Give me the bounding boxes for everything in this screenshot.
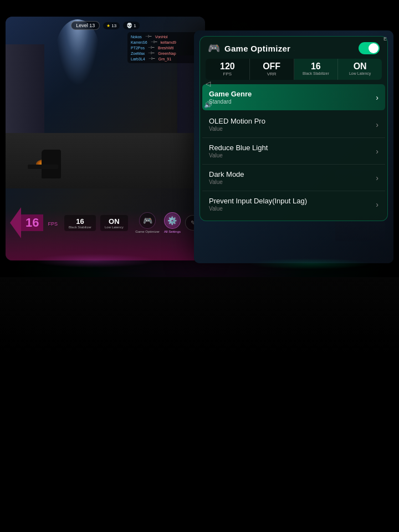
stat-fps-label: FPS xyxy=(208,71,247,76)
nav-game-optimizer-label: Game Optimizer xyxy=(135,230,160,233)
stat-low-latency-label: Low Latency xyxy=(340,71,380,75)
team-row: ZoeMax⊣⊢GreenNap xyxy=(131,51,196,55)
left-monitor: Level 13 ★ 13 💀 1 Nokos⊣⊢VonHol KarrenS6… xyxy=(6,17,205,260)
side-icon-volume[interactable]: 🔊 xyxy=(202,99,214,111)
menu-item-reduce-blue-light-value: Value xyxy=(209,152,268,158)
fps-display: 16 xyxy=(10,207,43,238)
black-stabilizer-label: Black Stabilizer xyxy=(69,226,91,229)
menu-item-game-genre-text: Game Genre Standard xyxy=(209,90,252,105)
menu-item-oled-motion-title: OLED Motion Pro xyxy=(209,117,265,125)
stat-black-stab: 16 Black Stabilizer xyxy=(294,59,339,80)
menu-item-input-delay-text: Prevent Input Delay(Input Lag) Value xyxy=(209,197,307,212)
team-row: Nokos⊣⊢VonHol xyxy=(131,34,196,39)
bottom-dark-area xyxy=(0,277,399,532)
black-stabilizer-value: 16 xyxy=(69,217,91,226)
stat-vrr-label: VRR xyxy=(252,71,291,76)
stat-black-stab-label: Black Stabilizer xyxy=(296,71,336,75)
menu-item-game-genre-value: Standard xyxy=(209,99,252,105)
team-row: Larb3L4⊣⊢Grn_91 xyxy=(131,57,196,61)
star-icon: ★ xyxy=(106,23,110,28)
menu-item-oled-motion[interactable]: OLED Motion Pro Value › xyxy=(202,111,385,138)
menu-item-reduce-blue-light-text: Reduce Blue Light Value xyxy=(209,144,268,158)
menu-item-dark-mode-value: Value xyxy=(209,179,244,185)
low-latency-label: Low Latency xyxy=(105,226,124,229)
stats-row: 120 FPS OFF VRR 16 Black Stabilizer ON L… xyxy=(206,59,382,80)
stat-fps: 120 FPS xyxy=(206,59,250,80)
optimizer-header: 🎮 Game Optimizer xyxy=(200,37,387,59)
chevron-game-genre: › xyxy=(376,93,378,102)
menu-item-game-genre-title: Game Genre xyxy=(209,90,252,98)
black-stabilizer-box: 16 Black Stabilizer xyxy=(64,215,96,231)
stat-black-stab-value: 16 xyxy=(296,62,336,71)
stat-low-latency-value: ON xyxy=(340,62,380,71)
nav-all-settings-label: All Settings xyxy=(164,230,181,233)
menu-item-reduce-blue-light-title: Reduce Blue Light xyxy=(209,144,268,152)
chevron-dark-mode: › xyxy=(376,173,378,182)
optimizer-panel: 🎮 Game Optimizer 120 FPS OFF VRR 1 xyxy=(200,36,388,221)
stat-vrr-value: OFF xyxy=(252,62,291,71)
menu-section: Game Genre Standard › OLED Motion Pro Va… xyxy=(200,84,387,221)
level-badge: Level 13 xyxy=(71,21,100,30)
skull-icon: 💀 xyxy=(126,23,132,28)
team-row: PT2Pos⊣⊢BreshWtl xyxy=(131,45,196,50)
left-monitor-glow xyxy=(33,254,155,268)
fps-label-container: FPS xyxy=(48,218,58,228)
corner-indicator: E xyxy=(383,36,387,42)
menu-item-input-delay-value: Value xyxy=(209,206,307,212)
level-text: Level 13 xyxy=(76,23,95,28)
menu-item-input-delay[interactable]: Prevent Input Delay(Input Lag) Value › xyxy=(202,191,385,217)
optimizer-title: 🎮 Game Optimizer xyxy=(208,42,290,54)
menu-item-dark-mode[interactable]: Dark Mode Value › xyxy=(202,165,385,191)
menu-item-oled-motion-text: OLED Motion Pro Value xyxy=(209,117,265,132)
chevron-oled-motion: › xyxy=(376,120,378,129)
stat-vrr: OFF VRR xyxy=(250,59,294,80)
skull-value: 1 xyxy=(134,23,136,28)
menu-item-oled-motion-value: Value xyxy=(209,126,265,132)
menu-item-game-genre[interactable]: Game Genre Standard › xyxy=(202,84,385,110)
low-latency-box: ON Low Latency xyxy=(100,215,128,231)
side-icon-back[interactable]: ◁ xyxy=(202,78,214,90)
gamepad-icon: 🎮 xyxy=(208,42,220,54)
stat-fps-value: 120 xyxy=(208,62,247,71)
optimizer-title-text: Game Optimizer xyxy=(224,44,290,53)
team-row: KarrenS6⊣⊢keltamd9 xyxy=(131,40,196,44)
menu-item-input-delay-title: Prevent Input Delay(Input Lag) xyxy=(209,197,307,205)
hud-top: Level 13 ★ 13 💀 1 xyxy=(6,21,205,30)
nav-game-optimizer[interactable]: 🎮 Game Optimizer xyxy=(135,212,160,233)
low-latency-value: ON xyxy=(105,217,124,226)
toggle-switch[interactable] xyxy=(359,42,380,54)
menu-item-reduce-blue-light[interactable]: Reduce Blue Light Value › xyxy=(202,138,385,165)
score-value: 13 xyxy=(111,23,116,28)
skull-badge: 💀 1 xyxy=(123,22,139,29)
menu-item-dark-mode-title: Dark Mode xyxy=(209,170,244,178)
right-monitor: 🎮 Game Optimizer 120 FPS OFF VRR 1 xyxy=(194,30,393,263)
hud-bottom: 16 FPS 16 Black Stabilizer ON Low Latenc… xyxy=(6,211,205,260)
fps-value: 16 xyxy=(25,216,39,229)
right-monitor-glow xyxy=(249,258,371,269)
menu-item-dark-mode-text: Dark Mode Value xyxy=(209,170,244,185)
team-list: Nokos⊣⊢VonHol KarrenS6⊣⊢keltamd9 PT2Pos⊣… xyxy=(127,32,200,63)
chevron-reduce-blue-light: › xyxy=(376,147,378,156)
chevron-input-delay: › xyxy=(376,200,378,209)
fps-label: FPS xyxy=(48,221,58,227)
side-controls: ◁ 🔊 xyxy=(202,78,214,111)
stat-low-latency: ON Low Latency xyxy=(338,59,382,80)
score-badge: ★ 13 xyxy=(103,22,120,29)
nav-all-settings[interactable]: ⚙️ All Settings xyxy=(164,212,181,233)
